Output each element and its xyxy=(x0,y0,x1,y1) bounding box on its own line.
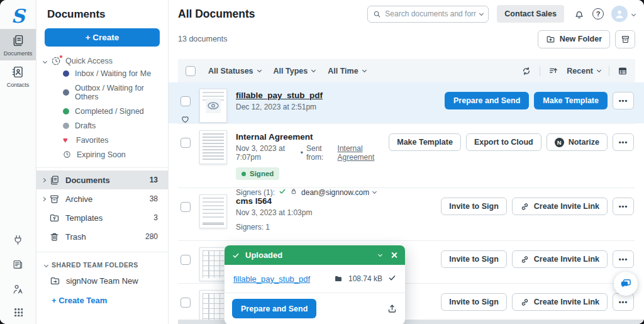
document-title-link[interactable]: fillable_pay_stub_pdf xyxy=(236,91,323,100)
time-filter-dropdown[interactable]: All Time xyxy=(328,67,365,75)
chat-support-button[interactable] xyxy=(614,272,638,296)
select-all-checkbox[interactable] xyxy=(186,66,196,76)
shared-team-folders-header[interactable]: SHARED TEAM FOLDERS xyxy=(36,255,168,270)
rail-item-label: Documents xyxy=(4,50,33,57)
document-thumbnail[interactable] xyxy=(199,89,227,123)
row-checkbox[interactable] xyxy=(180,202,191,212)
sidebar-item-team-folder[interactable]: signNow Team New xyxy=(36,270,168,289)
folder-label: Archive xyxy=(65,194,150,204)
divider xyxy=(36,167,168,168)
prepare-and-send-button[interactable]: Prepare and Send xyxy=(232,299,316,318)
archive-selected-button[interactable] xyxy=(615,30,635,48)
invite-to-sign-button[interactable]: Invite to Sign xyxy=(441,293,506,311)
contact-sales-button[interactable]: Contact Sales xyxy=(497,5,564,23)
filter-bar: All Statuses All Types All Time xyxy=(178,59,635,82)
document-thumbnail[interactable] xyxy=(199,130,227,164)
sidebar-folder-templates[interactable]: Templates 3 xyxy=(36,208,168,227)
create-team-link[interactable]: + Create Team xyxy=(36,289,168,305)
document-title[interactable]: Internal Agreement xyxy=(236,132,389,142)
row-checkbox[interactable] xyxy=(180,96,191,106)
sidebar-item-completed[interactable]: Completed / Signed xyxy=(36,104,168,118)
sidebar-folder-trash[interactable]: Trash 280 xyxy=(36,227,168,246)
sort-order-button[interactable] xyxy=(548,66,558,76)
more-actions-button[interactable]: ••• xyxy=(613,250,634,268)
document-date: Dec 12, 2023 at 2:51pm xyxy=(236,103,316,111)
subbar: 13 documents New Folder xyxy=(178,28,635,50)
collapse-toast-icon[interactable] xyxy=(378,252,382,257)
sidebar-item-expiring[interactable]: Expiring Soon xyxy=(36,147,168,162)
status-filter-dropdown[interactable]: All Statuses xyxy=(208,67,261,75)
sidebar-folder-archive[interactable]: Archive 38 xyxy=(36,189,168,208)
search-icon xyxy=(373,10,381,18)
invite-to-sign-button[interactable]: Invite to Sign xyxy=(441,250,506,268)
completed-dot-icon xyxy=(63,108,69,115)
avatar[interactable] xyxy=(611,6,628,22)
help-button[interactable]: ? xyxy=(592,8,604,20)
uploaded-file-link[interactable]: fillable_pay_stub_pdf xyxy=(233,274,310,284)
page-title: All Documents xyxy=(178,8,255,21)
close-toast-icon[interactable] xyxy=(391,252,397,259)
refresh-icon xyxy=(521,66,531,76)
main-content: All Documents Contact Sales ? 13 do xyxy=(169,0,644,324)
document-thumbnail[interactable] xyxy=(199,290,227,324)
user-roles-icon[interactable] xyxy=(12,283,24,298)
export-to-cloud-button[interactable]: Export to Cloud xyxy=(466,133,541,151)
chevron-down-icon[interactable] xyxy=(479,11,484,15)
document-title[interactable]: cms l564 xyxy=(236,196,312,206)
sort-dropdown[interactable]: Recent xyxy=(567,67,601,75)
document-row[interactable]: Internal Agreement Nov 3, 2023 at 7:07pm… xyxy=(178,123,635,187)
sidebar-folder-documents[interactable]: Documents 13 xyxy=(36,170,168,189)
sidebar-item-label: Inbox / Waiting for Me xyxy=(75,69,151,78)
document-thumbnail[interactable] xyxy=(199,247,227,281)
shared-folder-icon xyxy=(50,276,60,286)
invite-to-sign-button[interactable]: Invite to Sign xyxy=(441,198,506,215)
quick-access-header[interactable]: Quick Access xyxy=(36,56,168,66)
inbox-dot-icon xyxy=(63,70,69,77)
document-row[interactable]: fillable_pay_stub_pdf Dec 12, 2023 at 2:… xyxy=(169,82,644,123)
search-box[interactable] xyxy=(367,6,489,23)
table-view-button[interactable] xyxy=(618,66,628,76)
folder-count: 13 xyxy=(150,176,158,184)
signers-count: Signers: 1 xyxy=(236,223,270,232)
make-template-button[interactable]: Make Template xyxy=(389,133,461,151)
sidebar-item-inbox[interactable]: Inbox / Waiting for Me xyxy=(36,66,168,81)
chevron-down-icon xyxy=(362,68,367,72)
prepare-and-send-button[interactable]: Prepare and Send xyxy=(445,92,529,109)
create-invite-link-button[interactable]: Create Invite Link xyxy=(512,250,608,268)
news-form-icon[interactable] xyxy=(12,259,24,273)
sidebar-item-outbox[interactable]: Outbox / Waiting for Others xyxy=(36,81,168,104)
make-template-button[interactable]: Make Template xyxy=(534,92,608,109)
folder-count: 3 xyxy=(153,213,158,222)
row-checkbox[interactable] xyxy=(180,298,191,308)
chevron-down-icon[interactable] xyxy=(631,11,636,16)
document-row[interactable]: cms l564 Nov 3, 2023 at 1:03pm Signers: … xyxy=(178,187,635,240)
chat-bubbles-icon xyxy=(619,277,632,290)
sent-from-link[interactable]: Internal Agreement xyxy=(338,144,389,162)
notifications-bell-button[interactable] xyxy=(574,8,585,20)
rail-item-contacts[interactable]: Contacts xyxy=(0,60,36,92)
create-invite-link-button[interactable]: Create Invite Link xyxy=(512,198,608,215)
team-folder-label: signNow Team New xyxy=(66,276,138,286)
type-filter-dropdown[interactable]: All Types xyxy=(274,67,316,75)
integrations-plug-icon[interactable] xyxy=(12,234,24,249)
document-thumbnail[interactable] xyxy=(199,194,227,228)
sidebar-item-drafts[interactable]: Drafts xyxy=(36,118,168,133)
notarize-button[interactable]: N Notarize xyxy=(547,133,608,151)
refresh-button[interactable] xyxy=(521,66,531,76)
more-actions-button[interactable]: ••• xyxy=(613,133,634,151)
rail-item-documents[interactable]: Documents xyxy=(0,29,36,60)
search-input[interactable] xyxy=(385,9,476,18)
more-actions-button[interactable]: ••• xyxy=(613,198,634,215)
bell-icon xyxy=(574,8,585,20)
apps-grid-icon[interactable] xyxy=(14,308,23,316)
more-actions-button[interactable]: ••• xyxy=(613,92,634,109)
create-invite-link-button[interactable]: Create Invite Link xyxy=(512,293,608,311)
upload-more-icon[interactable] xyxy=(387,303,397,314)
sidebar-item-favorites[interactable]: ♥ Favorites xyxy=(36,133,168,147)
row-checkbox[interactable] xyxy=(180,255,191,265)
more-actions-button[interactable]: ••• xyxy=(613,293,634,311)
new-folder-button[interactable]: New Folder xyxy=(538,30,610,48)
create-button[interactable]: + Create xyxy=(45,28,160,47)
app-rail: S Documents Contacts xyxy=(0,0,36,324)
row-checkbox[interactable] xyxy=(180,138,191,148)
